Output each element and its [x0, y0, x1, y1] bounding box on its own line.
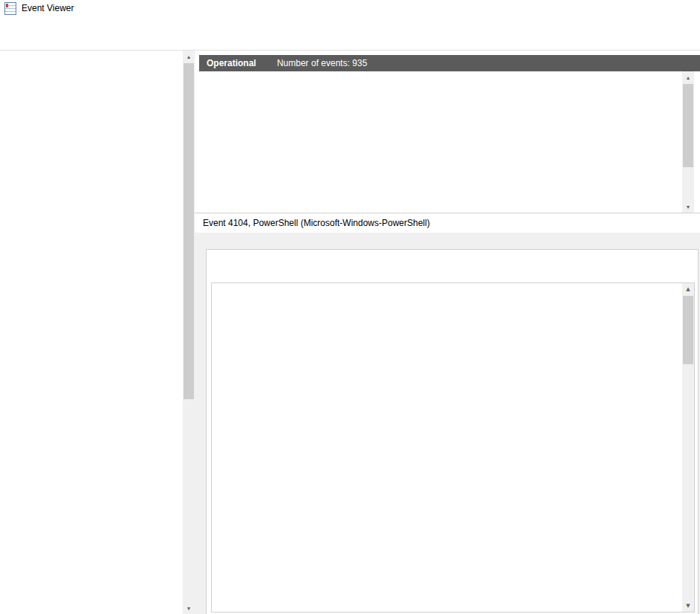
xml-scrollbar-thumb[interactable] [683, 296, 693, 364]
titlebar: Event Viewer [0, 0, 700, 16]
scroll-down-icon[interactable] [183, 602, 195, 614]
events-pane: Operational Number of events: 935 Event … [195, 51, 700, 614]
scroll-up-icon[interactable] [183, 51, 195, 62]
event-viewer-window: Event Viewer Operational Number of event… [0, 0, 700, 614]
events-list [199, 88, 679, 213]
xml-scrollbar[interactable] [682, 283, 694, 612]
scroll-down-icon[interactable] [682, 600, 694, 612]
scroll-up-icon[interactable] [682, 71, 694, 83]
event-detail-pane: Event 4104, PowerShell (Microsoft-Window… [195, 213, 700, 614]
detail-tabs [195, 233, 700, 251]
events-scrollbar[interactable] [682, 71, 694, 213]
menu-bar [0, 16, 700, 32]
window-title: Event Viewer [22, 3, 74, 13]
events-header-title: Operational [207, 58, 256, 68]
toolbar [0, 32, 700, 51]
events-header: Operational Number of events: 935 [199, 55, 700, 71]
details-tab-content [206, 249, 699, 614]
event-viewer-icon [4, 2, 16, 15]
console-tree [0, 51, 183, 614]
scroll-down-icon[interactable] [682, 201, 694, 213]
tree-scrollbar[interactable] [183, 51, 195, 614]
events-scrollbar-thumb[interactable] [683, 84, 693, 167]
tree-scrollbar-thumb[interactable] [184, 63, 194, 399]
event-detail-title: Event 4104, PowerShell (Microsoft-Window… [195, 213, 700, 233]
events-header-count: Number of events: 935 [277, 58, 367, 68]
xml-view-box [211, 282, 695, 613]
xml-content [212, 283, 682, 612]
scroll-up-icon[interactable] [682, 283, 694, 295]
